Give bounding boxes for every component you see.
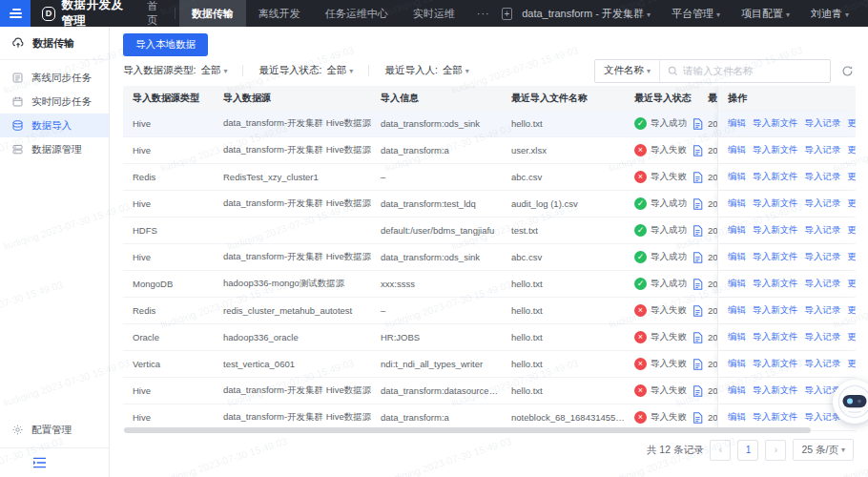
action-import-records[interactable]: 导入记录	[805, 304, 841, 317]
nav-more-menu[interactable]: ···	[467, 8, 500, 19]
view-log-icon[interactable]	[692, 412, 703, 424]
nav-tab-data-transfer[interactable]: 数据传输	[179, 0, 246, 27]
action-import-new-file[interactable]: 导入新文件	[753, 117, 798, 130]
action-edit[interactable]: 编辑	[728, 304, 746, 317]
action-more[interactable]: 更多▾	[848, 117, 857, 130]
action-import-new-file[interactable]: 导入新文件	[753, 384, 798, 397]
platform-admin-menu[interactable]: 平台管理▾	[662, 7, 730, 21]
import-local-data-button[interactable]: 导入本地数据	[123, 33, 208, 56]
cell-datasource: redis_cluster_metahub_autotest	[214, 305, 371, 316]
sidebar-item-offline-sync[interactable]: 离线同步任务	[0, 66, 109, 90]
cell-actions: 编辑导入新文件导入记录更多▾	[717, 137, 856, 163]
action-import-records[interactable]: 导入记录	[805, 331, 841, 343]
filter-datasource-type[interactable]: 导入数据源类型: 全部 ▾	[123, 64, 227, 77]
view-log-icon[interactable]	[692, 385, 703, 397]
view-log-icon[interactable]	[692, 145, 703, 156]
sidebar-item-data-import[interactable]: 数据导入	[0, 114, 109, 137]
action-import-new-file[interactable]: 导入新文件	[753, 251, 798, 263]
action-import-new-file[interactable]: 导入新文件	[753, 278, 798, 290]
view-log-icon[interactable]	[692, 359, 703, 370]
filter-import-user[interactable]: 最近导入人: 全部 ▾	[384, 64, 468, 77]
hamburger-menu-icon[interactable]	[0, 0, 31, 27]
view-log-icon[interactable]	[692, 332, 703, 343]
cell-datasource: data_transform-开发集群 Hive数据源	[214, 117, 371, 130]
assistant-robot-button[interactable]	[833, 380, 868, 424]
chevron-down-icon: ▾	[841, 446, 845, 454]
view-log-icon[interactable]	[692, 305, 703, 317]
log-file-icon	[692, 118, 703, 130]
view-log-icon[interactable]	[692, 252, 703, 263]
action-edit[interactable]: 编辑	[728, 197, 746, 210]
action-more[interactable]: 更多▾	[848, 197, 857, 210]
action-edit[interactable]: 编辑	[728, 278, 746, 290]
action-edit[interactable]: 编辑	[728, 251, 746, 263]
action-edit[interactable]: 编辑	[728, 144, 746, 156]
filter-import-status[interactable]: 最近导入状态: 全部 ▾	[258, 64, 353, 77]
action-import-new-file[interactable]: 导入新文件	[753, 358, 798, 370]
current-page-button[interactable]: 1	[737, 440, 758, 461]
view-log-icon[interactable]	[692, 118, 703, 130]
view-log-icon[interactable]	[692, 279, 703, 290]
nav-tab-realtime-ops[interactable]: 实时运维	[401, 0, 467, 27]
action-more[interactable]: 更多▾	[848, 278, 857, 290]
scrollbar-thumb[interactable]	[124, 427, 811, 433]
cell-datasource: test_vertica_0601	[214, 359, 371, 369]
sidebar-item-datasource-mgmt[interactable]: 数据源管理	[0, 137, 109, 161]
divider	[242, 65, 243, 76]
action-import-records[interactable]: 导入记录	[805, 224, 841, 237]
action-more[interactable]: 更多▾	[848, 171, 857, 183]
sidebar-item-config-mgmt[interactable]: 配置管理	[0, 418, 109, 442]
nav-home[interactable]: 首页	[147, 0, 165, 28]
view-log-icon[interactable]	[692, 225, 703, 237]
action-import-new-file[interactable]: 导入新文件	[753, 411, 798, 424]
action-edit[interactable]: 编辑	[728, 331, 746, 343]
action-import-new-file[interactable]: 导入新文件	[753, 304, 798, 317]
action-import-new-file[interactable]: 导入新文件	[753, 331, 798, 343]
action-import-records[interactable]: 导入记录	[805, 197, 841, 210]
chevron-down-icon: ▾	[716, 10, 720, 19]
action-edit[interactable]: 编辑	[728, 171, 746, 183]
user-menu[interactable]: 刘迪青▾	[801, 7, 858, 21]
cluster-selector[interactable]: data_transform - 开发集群▾	[512, 7, 660, 21]
action-import-new-file[interactable]: 导入新文件	[753, 197, 798, 210]
action-more[interactable]: 更多▾	[848, 358, 857, 370]
action-import-records[interactable]: 导入记录	[805, 171, 841, 183]
nav-tab-task-ops-center[interactable]: 任务运维中心	[313, 0, 401, 27]
action-import-records[interactable]: 导入记录	[805, 278, 841, 290]
search-input[interactable]	[683, 65, 822, 76]
search-field-selector[interactable]: 文件名称 ▾	[595, 60, 660, 82]
gear-icon	[11, 424, 24, 436]
cell-actions: 编辑导入新文件导入记录更多▾	[717, 218, 856, 243]
action-more[interactable]: 更多▾	[848, 331, 857, 343]
action-import-records[interactable]: 导入记录	[805, 251, 841, 263]
next-page-button[interactable]: ›	[765, 440, 786, 461]
nav-expand-icon[interactable]: +	[502, 8, 512, 20]
cell-latest-file: hello.txt	[502, 332, 625, 342]
action-import-records[interactable]: 导入记录	[805, 144, 841, 156]
project-config-menu[interactable]: 项目配置▾	[732, 7, 799, 21]
prev-page-button[interactable]: ‹	[710, 440, 731, 461]
action-import-records[interactable]: 导入记录	[805, 117, 841, 130]
action-more[interactable]: 更多▾	[848, 251, 857, 263]
action-more[interactable]: 更多▾	[848, 224, 857, 237]
action-import-records[interactable]: 导入记录	[805, 358, 841, 370]
cloud-upload-icon	[11, 36, 25, 50]
action-more[interactable]: 更多▾	[848, 304, 857, 317]
sidebar-item-realtime-sync[interactable]: 实时同步任务	[0, 90, 109, 114]
page-size-selector[interactable]: 25 条/页 ▾	[793, 439, 854, 461]
chevron-down-icon: ▾	[647, 67, 651, 75]
collapse-sidebar-icon[interactable]	[32, 455, 47, 472]
action-import-new-file[interactable]: 导入新文件	[753, 224, 798, 237]
action-import-new-file[interactable]: 导入新文件	[753, 171, 798, 183]
refresh-icon[interactable]	[841, 65, 854, 77]
action-edit[interactable]: 编辑	[728, 411, 746, 424]
nav-tab-offline-dev[interactable]: 离线开发	[246, 0, 313, 27]
action-edit[interactable]: 编辑	[728, 384, 746, 397]
action-more[interactable]: 更多▾	[848, 144, 857, 156]
view-log-icon[interactable]	[692, 198, 703, 210]
action-edit[interactable]: 编辑	[728, 358, 746, 370]
action-import-new-file[interactable]: 导入新文件	[753, 144, 798, 156]
action-edit[interactable]: 编辑	[728, 117, 746, 130]
action-edit[interactable]: 编辑	[728, 224, 746, 237]
view-log-icon[interactable]	[692, 172, 703, 183]
